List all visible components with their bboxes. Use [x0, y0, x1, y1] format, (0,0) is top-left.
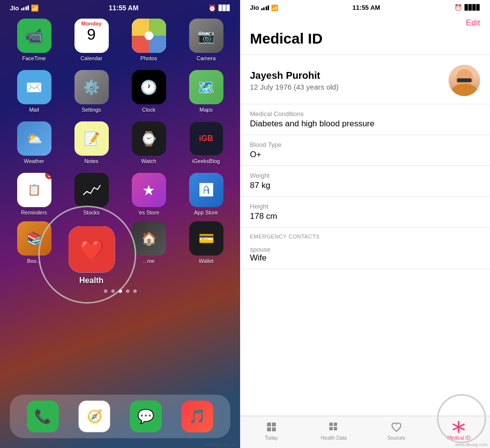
app-home[interactable]: 🏠 ...me	[124, 221, 173, 270]
emergency-contact-1: spouse Wife	[240, 242, 490, 269]
app-featured-store[interactable]: ★ 'es Store	[124, 173, 173, 215]
app-weather[interactable]: ⛅ Weather	[10, 121, 58, 164]
app-grid: 📹 FaceTime Monday 9 Calendar Photos	[0, 14, 240, 220]
app-igeeksblog[interactable]: iGB iGeeksBlog	[182, 121, 230, 164]
watch-face-icon: ⌚	[140, 131, 157, 147]
app-calendar[interactable]: Monday 9 Calendar	[67, 19, 116, 61]
calendar-label: Calendar	[80, 55, 102, 61]
sources-heart-icon	[391, 421, 402, 433]
app-facetime[interactable]: 📹 FaceTime	[10, 19, 58, 61]
dot-3	[119, 289, 122, 293]
medical-id-tab-label: Medical ID	[447, 435, 470, 441]
igeeks-icon-bg: iGB	[189, 121, 223, 156]
wifi-left: 📶	[31, 4, 39, 12]
tab-today[interactable]: Today	[240, 420, 303, 441]
messages-bubble-icon: 💬	[137, 408, 154, 424]
dock-music-icon-bg: 🎵	[181, 401, 213, 432]
home-icon-bg: 🏠	[132, 221, 166, 256]
reminders-badge: 1	[45, 173, 51, 179]
right-status-bar: Jio 📶 11:55 AM ⏰ ▊▊▊▊	[240, 0, 490, 13]
svg-rect-5	[334, 423, 337, 426]
tab-sources[interactable]: Sources	[365, 420, 428, 441]
medical-content: Jayesh Purohit 12 July 1976 (43 years ol…	[240, 55, 490, 416]
app-notes[interactable]: 📝 Notes	[67, 121, 116, 164]
svg-rect-6	[329, 427, 333, 430]
home-house-icon: 🏠	[141, 231, 157, 246]
app-health[interactable]: ❤️ Health	[59, 226, 124, 285]
health-label: Health	[79, 276, 104, 285]
music-note-icon: 🎵	[189, 408, 206, 424]
dock-messages[interactable]: 💬	[130, 401, 162, 432]
app-clock[interactable]: 🕐 Clock	[124, 70, 173, 113]
app-wallet[interactable]: 💳 Wallet	[182, 221, 230, 270]
battery-left: ▊▊▊	[219, 5, 230, 11]
emergency-relation: spouse	[250, 246, 480, 253]
camera-label: Camera	[196, 55, 216, 61]
weight-label: Weight	[250, 172, 480, 179]
avatar-image	[449, 65, 480, 96]
dock-safari[interactable]: 🧭	[78, 401, 110, 432]
igeeks-text-icon: iGB	[199, 134, 213, 143]
dot-4	[126, 289, 129, 293]
books-icon-bg: 📚	[17, 221, 51, 256]
settings-gear-icon: ⚙️	[83, 79, 100, 95]
svg-rect-3	[272, 427, 276, 431]
avatar-body	[452, 84, 477, 96]
today-icon	[265, 420, 278, 434]
dot-2	[111, 289, 115, 293]
reminders-list-icon: 📋	[27, 184, 41, 196]
app-watch[interactable]: ⌚ Watch	[124, 121, 173, 164]
calendar-date: 9	[87, 26, 96, 42]
clock-label: Clock	[142, 107, 156, 113]
calendar-icon-bg: Monday 9	[74, 19, 109, 53]
height-label: Height	[250, 203, 480, 210]
right-carrier: Jio	[250, 4, 259, 11]
left-time: 11:55 AM	[109, 4, 139, 12]
today-tab-label: Today	[265, 435, 278, 441]
app-books[interactable]: 📚 Boo...	[10, 221, 58, 270]
field-blood-type: Blood Type O+	[240, 135, 490, 166]
profile-avatar	[448, 65, 480, 96]
app-maps[interactable]: 🗺️ Maps	[182, 70, 230, 113]
maps-pin-icon: 🗺️	[197, 79, 215, 95]
right-time: 11:55 AM	[352, 4, 380, 11]
dot-5	[133, 289, 137, 293]
weight-value: 87 kg	[250, 181, 480, 190]
app-photos[interactable]: Photos	[124, 19, 173, 61]
emergency-contacts-label: EMERGENCY CONTACTS	[250, 234, 480, 239]
facetime-label: FaceTime	[22, 55, 46, 61]
edit-button[interactable]: Edit	[250, 18, 480, 28]
profile-name: Jayesh Purohit	[250, 70, 339, 81]
books-book-icon: 📚	[26, 231, 42, 246]
app-reminders[interactable]: 📋 1 Reminders	[10, 173, 58, 215]
camera-icon-bg: 📷	[189, 19, 223, 53]
mail-label: Mail	[29, 107, 39, 113]
appstore-icon-bg: 🅰	[189, 173, 223, 207]
svg-rect-4	[329, 423, 333, 426]
watermark-left: www.deuag.com	[205, 442, 238, 447]
health-data-grid-icon	[328, 421, 340, 433]
wallet-label: Wallet	[198, 258, 213, 264]
left-status-right: ⏰ ▊▊▊	[208, 4, 230, 12]
home-label: ...me	[143, 258, 154, 264]
dock-phone[interactable]: 📞	[27, 401, 59, 432]
wallet-cards-icon: 💳	[198, 231, 214, 246]
reminders-label: Reminders	[21, 210, 47, 215]
app-mail[interactable]: ✉️ Mail	[10, 70, 58, 113]
notes-label: Notes	[84, 158, 98, 164]
tab-medical-id[interactable]: Medical ID	[428, 420, 490, 441]
clock-face-icon: 🕐	[140, 79, 157, 95]
app-grid-row5: 📚 Boo... ❤️ Health 🏠 ...me 💳 Wallet	[0, 216, 240, 275]
dock-music[interactable]: 🎵	[181, 401, 213, 432]
svg-rect-1	[272, 423, 276, 426]
app-camera[interactable]: 📷 Camera	[182, 19, 230, 61]
app-appstore[interactable]: 🅰 App Store	[182, 173, 230, 215]
sources-tab-label: Sources	[387, 435, 405, 441]
app-settings[interactable]: ⚙️ Settings	[67, 70, 116, 113]
sources-icon	[390, 420, 403, 434]
today-grid-icon	[266, 421, 277, 433]
wifi-right: 📶	[271, 4, 278, 11]
height-value: 178 cm	[250, 212, 480, 221]
app-stocks[interactable]: Stocks	[67, 173, 116, 215]
tab-health-data[interactable]: Health Data	[303, 420, 366, 441]
